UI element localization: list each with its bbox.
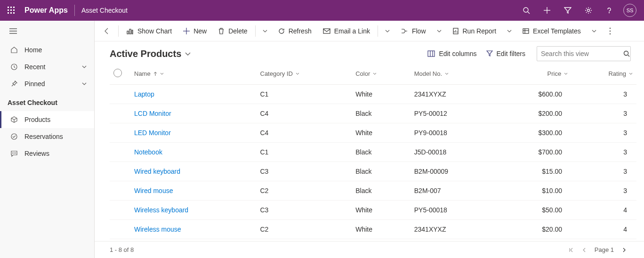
pager-prev[interactable] <box>578 243 591 257</box>
flow-icon <box>401 28 408 34</box>
row-select[interactable] <box>110 201 130 220</box>
page-label: Page 1 <box>595 246 614 253</box>
cell-price: $200.00 <box>496 104 572 123</box>
column-header-model[interactable]: Model No. <box>411 64 496 85</box>
mail-icon <box>323 28 330 34</box>
refresh-label: Refresh <box>289 27 312 35</box>
table-row[interactable]: Wired mouseC2BlackB2M-007$10.003 <box>110 181 636 201</box>
svg-point-38 <box>609 33 611 34</box>
search-view-input[interactable] <box>541 50 623 57</box>
sidebar-item-reservations[interactable]: Reservations <box>0 128 94 145</box>
table-row[interactable]: Wired keyboardC3BlackB2M-00009$15.003 <box>110 162 636 181</box>
table-row[interactable]: LED MonitorC4WhitePY9-00018$300.003 <box>110 123 636 143</box>
excel-templates-button[interactable]: Excel Templates <box>518 24 586 39</box>
view-title-label: Active Products <box>110 48 181 59</box>
edit-columns-button[interactable]: Edit columns <box>427 50 476 57</box>
back-button[interactable] <box>98 24 115 39</box>
flow-dropdown[interactable] <box>433 24 446 39</box>
table-row[interactable]: Wireless mouseC2White2341XYXZ$20.004 <box>110 220 636 239</box>
nav-home[interactable]: Home <box>0 41 94 58</box>
sidebar-item-reviews[interactable]: Reviews <box>0 145 94 162</box>
model-app-name[interactable]: Asset Checkout <box>81 7 128 14</box>
more-commands[interactable] <box>603 24 618 39</box>
nav-recent[interactable]: Recent <box>0 58 94 75</box>
cell-model: B2M-007 <box>411 181 496 201</box>
new-button[interactable]: New <box>178 24 211 39</box>
cell-name[interactable]: Laptop <box>130 85 257 104</box>
svg-rect-25 <box>132 30 133 34</box>
table-row[interactable]: NotebookC1BlackJ5D-00018$700.003 <box>110 143 636 162</box>
show-chart-button[interactable]: Show Chart <box>121 24 177 39</box>
search-icon <box>623 50 630 57</box>
check-circle-icon <box>9 133 19 140</box>
row-select[interactable] <box>110 123 130 143</box>
app-launcher-icon[interactable] <box>4 3 19 18</box>
nav-home-label: Home <box>24 46 42 54</box>
report-dropdown[interactable] <box>503 24 516 39</box>
cell-name[interactable]: LCD Monitor <box>130 104 257 123</box>
record-count: 1 - 8 of 8 <box>110 246 134 253</box>
refresh-button[interactable]: Refresh <box>274 24 316 39</box>
package-icon <box>9 116 19 123</box>
run-report-button[interactable]: Run Report <box>448 24 501 39</box>
sidebar-item-products[interactable]: Products <box>0 111 94 128</box>
row-select[interactable] <box>110 143 130 162</box>
row-select[interactable] <box>110 85 130 104</box>
row-select[interactable] <box>110 181 130 201</box>
email-dropdown[interactable] <box>381 24 394 39</box>
filter-icon <box>486 50 493 57</box>
row-select[interactable] <box>110 220 130 239</box>
column-header-rating[interactable]: Rating <box>572 64 636 85</box>
cell-name[interactable]: Wireless keyboard <box>130 201 257 220</box>
cell-color: Black <box>352 181 411 201</box>
add-icon[interactable] <box>537 0 557 21</box>
sidebar-section-title: Asset Checkout <box>0 92 94 111</box>
email-link-button[interactable]: Email a Link <box>318 24 375 39</box>
pager-next[interactable] <box>618 243 631 257</box>
user-avatar[interactable]: SS <box>620 0 640 21</box>
excel-dropdown[interactable] <box>588 24 601 39</box>
search-view-box[interactable] <box>537 46 631 61</box>
column-header-name[interactable]: Name <box>130 64 257 85</box>
cell-name[interactable]: Wired mouse <box>130 181 257 201</box>
row-select[interactable] <box>110 104 130 123</box>
cell-price: $10.00 <box>496 181 572 201</box>
column-header-color[interactable]: Color <box>352 64 411 85</box>
column-header-category[interactable]: Category ID <box>257 64 352 85</box>
sidebar-item-label: Products <box>24 116 50 123</box>
cell-name[interactable]: LED Monitor <box>130 123 257 143</box>
cell-name[interactable]: Notebook <box>130 143 257 162</box>
select-all-column[interactable] <box>110 64 130 85</box>
email-link-label: Email a Link <box>334 27 370 35</box>
filter-icon[interactable] <box>557 0 578 21</box>
cell-name[interactable]: Wired keyboard <box>130 162 257 181</box>
cell-model: 2341XYXZ <box>411 220 496 239</box>
pager-first[interactable] <box>564 243 578 257</box>
cell-color: White <box>352 123 411 143</box>
svg-line-43 <box>628 55 629 56</box>
cell-category: C4 <box>257 104 352 123</box>
nav-pinned-label: Pinned <box>24 80 45 88</box>
delete-dropdown[interactable] <box>258 24 272 39</box>
sidebar-toggle[interactable] <box>0 21 94 41</box>
cell-price: $20.00 <box>496 220 572 239</box>
help-icon[interactable] <box>599 0 620 21</box>
settings-icon[interactable] <box>578 0 599 21</box>
row-select[interactable] <box>110 162 130 181</box>
table-row[interactable]: Wireless keyboardC3WhitePY5-00018$50.004 <box>110 201 636 220</box>
cell-name[interactable]: Wireless mouse <box>130 220 257 239</box>
cell-model: B2M-00009 <box>411 162 496 181</box>
edit-filters-button[interactable]: Edit filters <box>486 50 525 57</box>
view-selector[interactable]: Active Products <box>110 48 191 59</box>
chevron-down-icon <box>629 73 633 75</box>
chevron-down-icon <box>445 73 449 75</box>
delete-button[interactable]: Delete <box>213 24 252 39</box>
search-icon[interactable] <box>516 0 537 21</box>
column-header-price[interactable]: Price <box>496 64 572 85</box>
nav-pinned[interactable]: Pinned <box>0 75 94 92</box>
table-row[interactable]: LaptopC1White2341XYXZ$600.003 <box>110 85 636 104</box>
table-row[interactable]: LCD MonitorC4BlackPY5-00012$200.003 <box>110 104 636 123</box>
cell-model: J5D-00018 <box>411 143 496 162</box>
command-bar: Show Chart New Delete Refresh Email a Li… <box>95 21 644 41</box>
flow-button[interactable]: Flow <box>396 24 431 39</box>
